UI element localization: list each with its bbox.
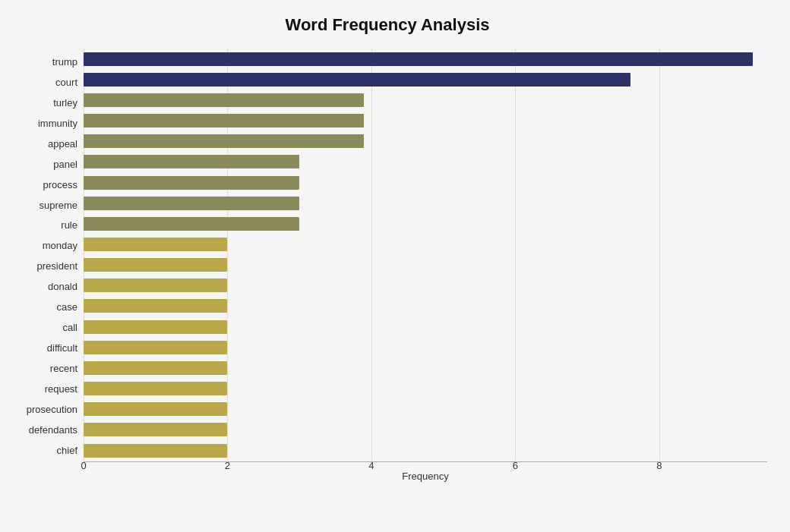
y-label: chief (57, 445, 77, 455)
y-label: turley (53, 98, 77, 108)
bar-row (84, 193, 767, 213)
bar-row (84, 357, 767, 378)
bar (84, 134, 364, 148)
y-label: process (43, 180, 77, 190)
bar-row (84, 69, 767, 90)
bar-row (84, 255, 767, 275)
y-axis: trumpcourtturleyimmunityappealpanelproce… (8, 49, 84, 482)
bar (84, 423, 227, 436)
bar-row (84, 420, 767, 440)
y-label: president (37, 261, 77, 271)
bar (84, 114, 364, 127)
bar (84, 279, 227, 292)
chart-container: Word Frequency Analysis trumpcourtturley… (0, 0, 790, 532)
y-label: case (57, 302, 77, 312)
y-label: difficult (47, 343, 77, 353)
x-tick: 0 (81, 460, 86, 471)
bar-row (84, 90, 767, 110)
bar-row (84, 110, 767, 131)
bar-row (84, 234, 767, 254)
bar (84, 52, 753, 66)
bar-row (84, 275, 767, 296)
bar (84, 176, 299, 190)
y-label: call (62, 323, 77, 332)
x-axis-label: Frequency (402, 471, 448, 482)
y-label: donald (48, 282, 77, 291)
y-label: prosecution (27, 405, 77, 414)
bar (84, 341, 227, 354)
x-tick: 6 (513, 460, 518, 471)
y-label: panel (53, 159, 77, 169)
bar (84, 93, 364, 107)
x-tick: 4 (368, 460, 374, 471)
chart-area: trumpcourtturleyimmunityappealpanelproce… (8, 49, 767, 482)
bar (84, 382, 227, 395)
bar-row (84, 296, 767, 316)
bar (84, 299, 227, 313)
bars-wrapper (84, 49, 767, 482)
bar (84, 155, 299, 168)
y-label: court (55, 77, 77, 87)
x-axis: Frequency 02468 (84, 461, 767, 482)
y-label: supreme (39, 200, 77, 210)
bar (84, 361, 227, 375)
bar-row (84, 399, 767, 420)
bar (84, 258, 227, 272)
bar (84, 73, 630, 87)
bar-row (84, 379, 767, 399)
y-label: rule (61, 220, 77, 230)
bar (84, 402, 227, 416)
bar-row (84, 131, 767, 152)
bar-row (84, 49, 767, 69)
y-label: request (45, 384, 77, 394)
x-axis-line (84, 461, 767, 462)
y-label: recent (50, 364, 77, 373)
bar-row (84, 316, 767, 337)
bar-row (84, 213, 767, 234)
x-tick: 2 (225, 460, 230, 471)
bar-row (84, 152, 767, 172)
y-label: immunity (38, 118, 77, 128)
bar (84, 320, 227, 334)
x-tick: 8 (656, 460, 662, 471)
bar (84, 444, 227, 458)
y-label: monday (43, 241, 77, 250)
y-label: trump (52, 57, 77, 67)
y-label: appeal (48, 139, 77, 149)
bar-row (84, 172, 767, 193)
chart-title: Word Frequency Analysis (8, 15, 767, 35)
bar (84, 238, 227, 251)
bar-row (84, 337, 767, 357)
y-label: defendants (29, 425, 77, 435)
bar-row (84, 440, 767, 461)
plot-area: Frequency 02468 (84, 49, 767, 482)
bar (84, 217, 299, 231)
bar (84, 197, 299, 210)
